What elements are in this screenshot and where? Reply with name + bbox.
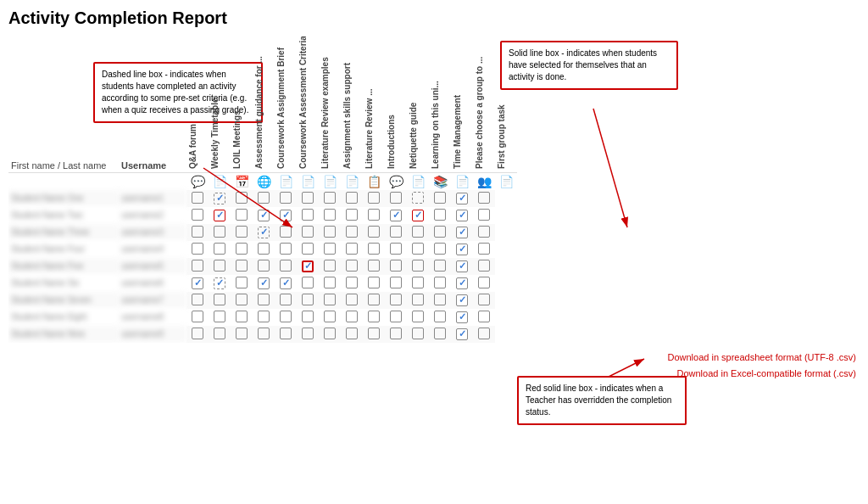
cb-r8c13: ✓ — [456, 311, 468, 323]
cb-r7c5 — [280, 294, 292, 305]
cb-r8c6 — [302, 311, 314, 322]
cb-r5c9 — [368, 260, 380, 272]
doc5-icon: 📄 — [345, 175, 359, 188]
col-group-choose: Please choose a group to ... — [473, 36, 495, 172]
icon-group-choose: 👥 — [473, 172, 495, 190]
cb-r1c2: ✓ — [214, 193, 225, 204]
annotation-red-solid: Red solid line box - indicates when a Te… — [517, 376, 687, 425]
cb-r6c1: ✓ — [192, 277, 203, 289]
globe-icon: 🌐 — [257, 175, 271, 188]
cb-r5c7 — [324, 260, 336, 272]
student-name-4: Student Name Four — [8, 241, 119, 258]
cb-r7c1 — [192, 294, 203, 305]
cb-r2c13: ✓ — [456, 210, 468, 221]
doc3-icon: 📄 — [301, 175, 315, 188]
cb-r3c6 — [302, 226, 314, 238]
cb-r7c2 — [214, 294, 225, 305]
icon-learning: 📚 — [429, 172, 451, 190]
cb-r5c11 — [412, 260, 424, 272]
col-learning: Learning on this uni... — [429, 36, 451, 172]
doc4-icon: 📄 — [323, 175, 337, 188]
table-row: Student Name One username1 ✓ ✓ — [8, 190, 517, 207]
col-time-management: Time Management — [451, 36, 473, 172]
cb-r4c12 — [434, 243, 446, 255]
book-icon: 📚 — [433, 175, 448, 188]
cb-r3c11 — [412, 226, 424, 238]
cb-r7c3 — [236, 294, 248, 305]
cb-r6c5: ✓ — [280, 277, 292, 289]
column-header-row: First name / Last name Username Q&A foru… — [8, 36, 517, 172]
cb-r5c10 — [390, 260, 402, 272]
cb-r2c10: ✓ — [390, 210, 402, 221]
icon-lit-review: 📄 — [319, 172, 341, 190]
download-csv-excel[interactable]: Download in Excel-compatible format (.cs… — [12, 366, 856, 383]
table-row: Student Name Five username5 ✓ ✓ — [8, 258, 517, 275]
completion-table: First name / Last name Username Q&A foru… — [8, 36, 517, 343]
cb-r1c3 — [236, 192, 248, 204]
doc8-icon: 📄 — [499, 175, 514, 188]
cb-r4c8 — [346, 243, 358, 255]
page-title: Activity Completion Report — [8, 8, 860, 28]
cb-r2c1 — [192, 209, 203, 221]
cb-r9c11 — [412, 328, 424, 339]
icon-time-mgmt: 📄 — [451, 172, 473, 190]
cb-r3c13: ✓ — [456, 227, 468, 238]
cb-r3c12 — [434, 226, 446, 238]
student-name-5: Student Name Five — [8, 258, 119, 275]
cb-r4c5 — [280, 243, 292, 255]
col-literature-review2: Literature Review ... — [363, 36, 385, 172]
cb-r9c2 — [214, 328, 225, 339]
student-name-9: Student Name Nine — [8, 326, 119, 343]
icon-first-task: 📄 — [495, 172, 517, 190]
cb-r5c2 — [214, 260, 225, 272]
icon-intro: 💬 — [385, 172, 407, 190]
table-row: Student Name Eight username8 ✓ — [8, 309, 517, 326]
cb-r2c9 — [368, 209, 380, 221]
student-username-5: username5 — [119, 258, 186, 275]
cb-r8c7 — [324, 311, 336, 322]
download-csv-utf8[interactable]: Download in spreadsheet format (UTF-8 .c… — [12, 350, 856, 367]
cb-r9c5 — [280, 328, 292, 339]
name-header[interactable]: First name / Last name — [11, 161, 116, 171]
cb-r5c13: ✓ — [456, 260, 468, 272]
cb-r3c3 — [236, 226, 248, 238]
table-row: Student Name Six username6 ✓ ✓ ✓ ✓ ✓ — [8, 275, 517, 292]
doc7-icon: 📄 — [455, 175, 470, 188]
cb-r9c9 — [368, 328, 380, 339]
student-name-3: Student Name Three — [8, 224, 119, 241]
cb-r3c14 — [478, 226, 490, 238]
cb-r7c10 — [390, 294, 402, 305]
cb-r8c3 — [236, 311, 248, 322]
col-assessment-guidance: Assessment guidance for ... — [253, 36, 275, 172]
cb-r8c5 — [280, 311, 292, 322]
cb-r6c9 — [368, 277, 380, 288]
cb-r2c11: ✓ — [412, 210, 424, 221]
icon-assign-skills: 📄 — [341, 172, 363, 190]
icon-cw-assignment: 📄 — [275, 172, 297, 190]
document-icon: 📄 — [213, 175, 227, 188]
table-row: Student Name Three username3 ✓ ✓ — [8, 224, 517, 241]
cb-r1c10 — [390, 192, 402, 204]
cb-r2c7 — [324, 209, 336, 221]
cb-r9c6 — [302, 328, 314, 339]
cb-r1c12 — [434, 192, 446, 204]
cb-r3c8 — [346, 226, 358, 238]
doc2-icon: 📄 — [279, 175, 293, 188]
icon-netiquette: 📄 — [407, 172, 429, 190]
student-username-7: username7 — [119, 292, 186, 309]
cb-r2c5: ✓ — [280, 210, 292, 221]
cb-r9c1 — [192, 328, 203, 339]
cb-r7c7 — [324, 294, 336, 305]
cb-r8c12 — [434, 311, 446, 322]
table-row: Student Name Seven username7 ✓ — [8, 292, 517, 309]
cb-r6c6 — [302, 277, 314, 288]
cb-r5c4 — [258, 260, 270, 272]
student-username-2: username2 — [119, 207, 186, 224]
cb-r9c3 — [236, 328, 248, 339]
username-header: Username — [121, 161, 184, 171]
table-row: Student Name Four username4 ✓ — [8, 241, 517, 258]
cb-r7c8 — [346, 294, 358, 305]
cb-r5c3 — [236, 260, 248, 272]
cb-r5c6: ✓ — [302, 260, 314, 272]
cb-r8c9 — [368, 311, 380, 322]
